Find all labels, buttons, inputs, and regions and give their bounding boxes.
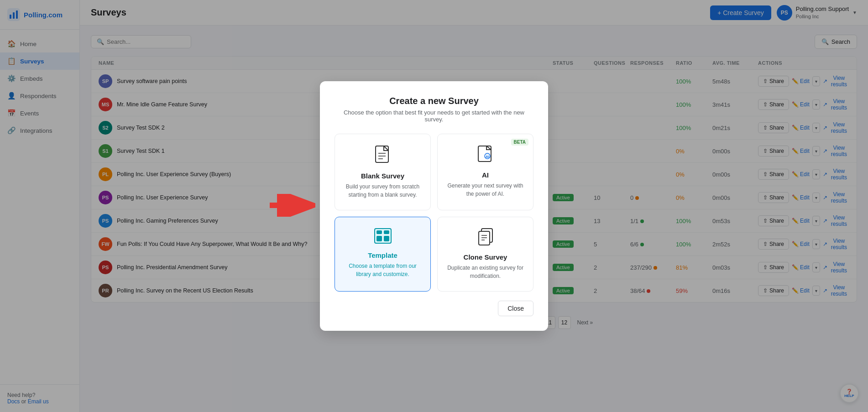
svg-rect-14 <box>376 236 382 241</box>
modal-option-clone[interactable]: Clone Survey Duplicate an existing surve… <box>437 217 533 292</box>
option-desc-blank: Build your survey from scratch starting … <box>342 183 423 199</box>
svg-text:AI: AI <box>486 155 489 159</box>
beta-badge: BETA <box>511 139 528 146</box>
option-icon-clone <box>445 228 526 249</box>
modal-option-blank[interactable]: Blank Survey Build your survey from scra… <box>335 134 431 210</box>
modal-option-template[interactable]: Template Choose a template from our libr… <box>335 217 431 292</box>
arrow-indicator <box>270 194 315 219</box>
modal-footer: Close <box>335 301 533 316</box>
option-title-clone: Clone Survey <box>445 253 526 261</box>
option-title-template: Template <box>342 251 423 259</box>
create-survey-modal: Create a new Survey Choose the option th… <box>320 81 548 331</box>
option-icon-blank <box>342 145 423 167</box>
option-title-blank: Blank Survey <box>342 172 423 180</box>
modal-subtitle: Choose the option that best fit your nee… <box>335 109 533 123</box>
modal-overlay[interactable]: Create a new Survey Choose the option th… <box>0 0 868 412</box>
option-desc-clone: Duplicate an existing survey for modific… <box>445 264 526 280</box>
svg-rect-13 <box>384 230 389 234</box>
modal-option-ai[interactable]: BETA AI AI Generate your next survey wit… <box>437 134 533 210</box>
svg-rect-15 <box>384 236 389 241</box>
option-icon-template <box>342 228 423 247</box>
option-title-ai: AI <box>445 171 526 179</box>
clone-survey-icon <box>478 228 493 245</box>
svg-rect-12 <box>376 230 382 234</box>
option-desc-ai: Generate your next survey with the power… <box>445 182 526 198</box>
ai-survey-icon: AI <box>477 145 494 163</box>
modal-title: Create a new Survey <box>335 96 533 106</box>
close-modal-button[interactable]: Close <box>498 301 533 316</box>
modal-options: Blank Survey Build your survey from scra… <box>335 134 533 292</box>
template-icon <box>374 228 392 244</box>
svg-rect-17 <box>479 231 490 245</box>
blank-survey-icon <box>375 145 391 164</box>
option-icon-ai: AI <box>445 145 526 167</box>
option-desc-template: Choose a template from our library and c… <box>342 262 423 278</box>
